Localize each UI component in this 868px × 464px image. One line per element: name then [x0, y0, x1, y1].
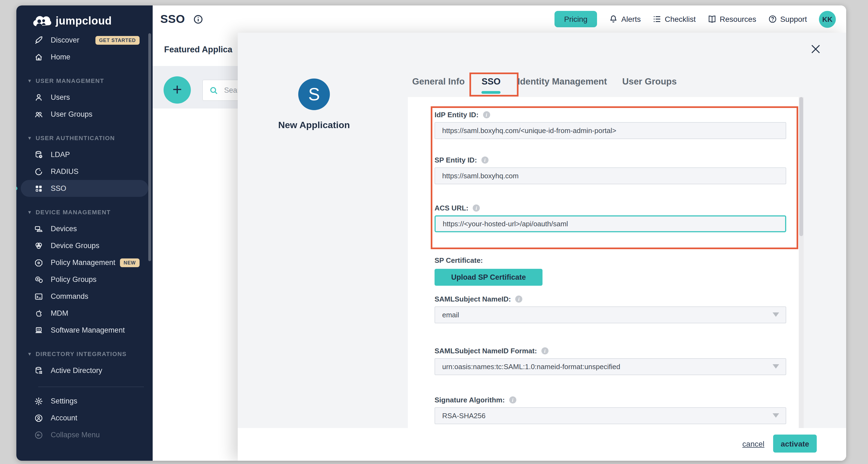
- new-application-modal: S New Application General InfoSSOIdentit…: [238, 33, 846, 461]
- saml-subject-nameid-format-select[interactable]: urn:oasis:names:tc:SAML:1.0:nameid-forma…: [435, 358, 786, 375]
- device-groups-icon: [34, 241, 43, 250]
- sidebar-item-label: Home: [51, 53, 70, 61]
- header-action-support[interactable]: Support: [768, 15, 807, 24]
- users-icon: [34, 110, 43, 119]
- sidebar-section-device-management[interactable]: ▾DEVICE MANAGEMENT: [17, 204, 153, 220]
- avatar[interactable]: KK: [819, 11, 836, 28]
- sidebar-item-collapse-menu[interactable]: Collapse Menu: [17, 426, 153, 443]
- activate-button[interactable]: activate: [773, 435, 817, 453]
- sidebar-item-software-management[interactable]: Software Management: [17, 322, 153, 339]
- upload-sp-certificate-button[interactable]: Upload SP Certificate: [435, 269, 542, 286]
- sidebar-item-user-groups[interactable]: User Groups: [17, 106, 153, 123]
- devices-icon: [34, 224, 43, 233]
- sp-entity-id-label: SP Entity ID:: [435, 156, 477, 164]
- modal-footer: cancel activate: [238, 428, 846, 461]
- tab-label: Identity Management: [518, 76, 607, 86]
- cancel-link[interactable]: cancel: [742, 439, 765, 448]
- jumpcloud-cloud-icon: [33, 14, 51, 27]
- sidebar-section-directory-integrations[interactable]: ▾DIRECTORY INTEGRATIONS: [17, 345, 153, 362]
- sidebar-item-label: Device Groups: [51, 242, 99, 250]
- application-logo: S: [298, 79, 330, 110]
- header-action-label: Alerts: [621, 15, 641, 24]
- tab-general-info[interactable]: General Info: [412, 76, 465, 87]
- active-indicator-dot: [17, 186, 18, 190]
- badge: GET STARTED: [95, 36, 140, 44]
- idp-entity-id-label: IdP Entity ID:: [435, 111, 478, 119]
- sidebar-item-discover[interactable]: DiscoverGET STARTED: [17, 32, 153, 49]
- header-action-alerts[interactable]: Alerts: [609, 15, 641, 24]
- header-action-resources[interactable]: Resources: [708, 15, 756, 24]
- sidebar-item-label: Discover: [51, 36, 79, 44]
- sidebar-item-ldap[interactable]: LDAP: [17, 146, 153, 163]
- sidebar-item-label: Active Directory: [51, 366, 102, 375]
- chevron-down-icon: ▾: [28, 351, 31, 356]
- sidebar-item-mdm[interactable]: MDM: [17, 305, 153, 322]
- sidebar-item-settings[interactable]: Settings: [17, 393, 153, 409]
- info-icon[interactable]: i: [515, 296, 522, 303]
- sidebar-item-device-groups[interactable]: Device Groups: [17, 237, 153, 254]
- radius-gauge-icon: [34, 167, 43, 176]
- chevron-down-icon: ▾: [28, 209, 31, 215]
- header-action-checklist[interactable]: Checklist: [653, 15, 696, 24]
- sidebar-item-users[interactable]: Users: [17, 89, 153, 106]
- saml-subject-nameid-select[interactable]: email: [435, 306, 786, 323]
- pricing-button[interactable]: Pricing: [554, 11, 597, 27]
- sidebar-item-sso[interactable]: SSO: [21, 180, 148, 197]
- policy-icon: [34, 258, 43, 267]
- tab-identity-management[interactable]: Identity Management: [518, 76, 607, 87]
- active-directory-icon: [34, 366, 43, 375]
- sidebar-item-active-directory[interactable]: Active Directory: [17, 362, 153, 379]
- add-application-button[interactable]: +: [163, 76, 191, 103]
- info-icon[interactable]: i: [509, 396, 516, 403]
- info-icon[interactable]: [194, 14, 203, 24]
- info-icon[interactable]: i: [473, 205, 480, 212]
- sidebar-item-devices[interactable]: Devices: [17, 220, 153, 237]
- rocket-icon: [34, 36, 43, 44]
- jumpcloud-logo[interactable]: jumpcloud: [17, 5, 153, 33]
- sidebar-item-policy-groups[interactable]: Policy Groups: [17, 271, 153, 288]
- tab-user-groups[interactable]: User Groups: [622, 76, 677, 87]
- ldap-database-icon: [34, 150, 43, 159]
- app-window: jumpcloud DiscoverGET STARTEDHome▾USER M…: [17, 5, 846, 461]
- sidebar-item-home[interactable]: Home: [17, 49, 153, 65]
- chevron-down-icon: ▾: [28, 135, 31, 141]
- info-icon[interactable]: i: [541, 347, 549, 354]
- badge: NEW: [120, 258, 140, 267]
- tab-sso[interactable]: SSO: [482, 76, 501, 87]
- sidebar-item-account[interactable]: Account: [17, 409, 153, 426]
- sidebar-section-user-management[interactable]: ▾USER MANAGEMENT: [17, 72, 153, 89]
- tab-label: General Info: [412, 76, 465, 86]
- sidebar-scrollbar[interactable]: [148, 33, 151, 261]
- panel-scrollbar[interactable]: [799, 97, 804, 428]
- idp-entity-id-input[interactable]: https://saml.boxyhq.com/<unique-id-from-…: [435, 122, 786, 139]
- sidebar-item-label: Users: [51, 93, 70, 101]
- header-actions: Pricing AlertsChecklistResourcesSupport …: [554, 5, 836, 33]
- close-icon[interactable]: [810, 43, 821, 55]
- apple-icon: [34, 309, 43, 318]
- chevron-down-icon: [773, 413, 779, 417]
- acs-url-input[interactable]: https://<your-hosted-url>/api/oauth/saml: [435, 215, 786, 232]
- page-header: SSO Pricing AlertsChecklistResourcesSupp…: [153, 5, 846, 33]
- info-icon[interactable]: i: [482, 156, 489, 163]
- sidebar-item-commands[interactable]: Commands: [17, 288, 153, 305]
- user-icon: [34, 93, 43, 102]
- policy-groups-icon: [34, 275, 43, 284]
- info-icon[interactable]: i: [483, 111, 490, 118]
- signature-algorithm-select[interactable]: RSA-SHA256: [435, 407, 786, 424]
- saml-subject-nameid-format-label: SAMLSubject NameID Format:: [435, 347, 537, 355]
- screen: jumpcloud DiscoverGET STARTEDHome▾USER M…: [0, 0, 868, 464]
- sso-grid-icon: [34, 184, 43, 193]
- sidebar: jumpcloud DiscoverGET STARTEDHome▾USER M…: [17, 5, 153, 461]
- sidebar-item-policy-management[interactable]: Policy ManagementNEW: [17, 254, 153, 271]
- sidebar-item-label: Devices: [51, 225, 77, 233]
- sidebar-item-label: Policy Groups: [51, 275, 96, 283]
- sidebar-divider: [38, 386, 144, 387]
- chevron-down-icon: ▾: [28, 78, 31, 83]
- sidebar-item-radius[interactable]: RADIUS: [17, 163, 153, 180]
- sidebar-section-user-authentication[interactable]: ▾USER AUTHENTICATION: [17, 129, 153, 146]
- search-icon: [209, 86, 218, 95]
- terminal-icon: [34, 292, 43, 301]
- sidebar-item-label: Account: [51, 414, 78, 422]
- sp-entity-id-input[interactable]: https://saml.boxyhq.com: [435, 167, 786, 184]
- checklist-icon: [653, 15, 661, 24]
